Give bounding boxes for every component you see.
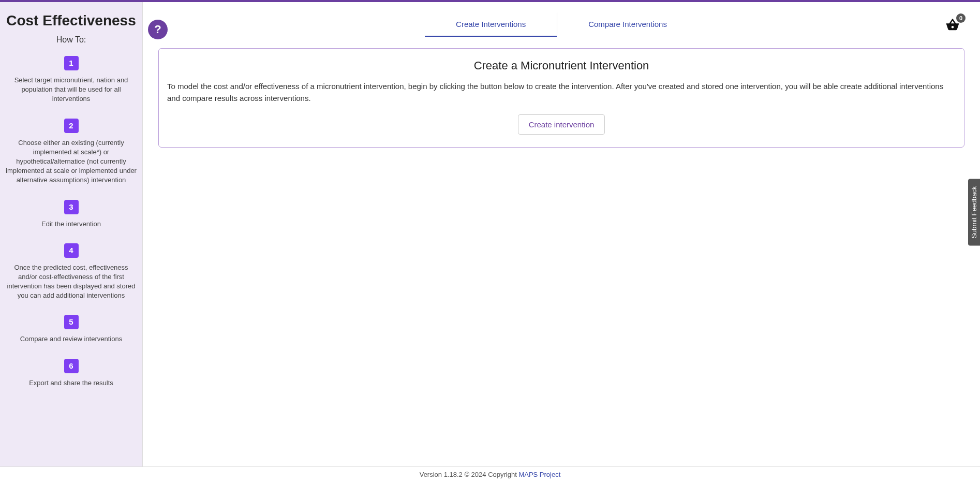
basket-count-badge: 0	[956, 13, 966, 23]
step-6: 6 Export and share the results	[3, 359, 139, 388]
step-text: Edit the intervention	[3, 220, 139, 229]
step-1: 1 Select target micronutrient, nation an…	[3, 56, 139, 104]
sidebar: Cost Effectiveness How To: 1 Select targ…	[0, 2, 143, 466]
main-layout: Cost Effectiveness How To: 1 Select targ…	[0, 2, 980, 466]
sidebar-title: Cost Effectiveness	[3, 12, 139, 29]
step-4: 4 Once the predicted cost, effectiveness…	[3, 243, 139, 301]
card-title: Create a Micronutrient Intervention	[167, 59, 956, 72]
footer: Version 1.18.2 © 2024 Copyright MAPS Pro…	[0, 466, 980, 482]
card-description: To model the cost and/or effectiveness o…	[167, 81, 956, 104]
howto-heading: How To:	[3, 35, 139, 45]
step-text: Export and share the results	[3, 378, 139, 388]
step-number: 2	[64, 119, 79, 133]
step-text: Compare and review interventions	[3, 334, 139, 344]
submit-feedback-tab[interactable]: Submit Feedback	[968, 179, 980, 245]
step-3: 3 Edit the intervention	[3, 200, 139, 229]
step-number: 1	[64, 56, 79, 70]
footer-link[interactable]: MAPS Project	[518, 471, 560, 478]
main-content: ? Create Interventions Compare Intervent…	[143, 2, 980, 466]
svg-point-0	[952, 26, 954, 28]
basket-button[interactable]: 0	[945, 18, 960, 35]
step-2: 2 Choose either an existing (currently i…	[3, 119, 139, 185]
step-text: Select target micronutrient, nation and …	[3, 76, 139, 104]
header-row: Create Interventions Compare Interventio…	[158, 12, 964, 37]
create-intervention-card: Create a Micronutrient Intervention To m…	[158, 48, 964, 148]
footer-text: Version 1.18.2 © 2024 Copyright	[420, 471, 519, 478]
tab-label: Create Interventions	[456, 20, 526, 28]
button-label: Create intervention	[529, 120, 595, 129]
tabs: Create Interventions Compare Interventio…	[425, 12, 698, 37]
step-number: 6	[64, 359, 79, 373]
feedback-label: Submit Feedback	[970, 186, 978, 238]
tab-compare-interventions[interactable]: Compare Interventions	[557, 12, 698, 37]
step-number: 5	[64, 315, 79, 329]
create-intervention-button[interactable]: Create intervention	[518, 114, 605, 135]
step-text: Once the predicted cost, effectiveness a…	[3, 263, 139, 301]
step-5: 5 Compare and review interventions	[3, 315, 139, 344]
tab-create-interventions[interactable]: Create Interventions	[425, 12, 557, 37]
step-number: 3	[64, 200, 79, 214]
tab-label: Compare Interventions	[588, 20, 667, 28]
step-text: Choose either an existing (currently imp…	[3, 138, 139, 185]
step-number: 4	[64, 243, 79, 258]
